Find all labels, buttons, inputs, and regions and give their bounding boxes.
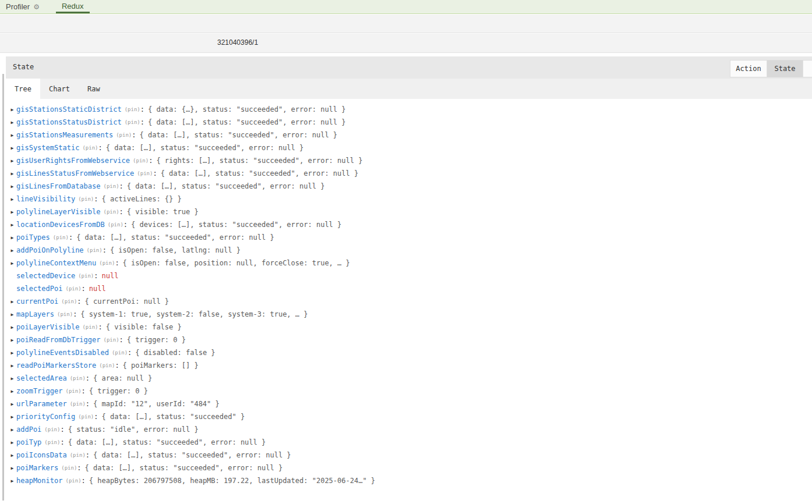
tree-row[interactable]: ▶polylineLayerVisible(pin):{ visible: tr… bbox=[6, 205, 812, 218]
state-key[interactable]: poiIconsData bbox=[16, 451, 67, 459]
tree-row[interactable]: ▶currentPoi(pin):{ currentPoi: null } bbox=[6, 295, 812, 308]
mode-button-action[interactable]: Action bbox=[730, 61, 767, 77]
pin-link[interactable]: (pin) bbox=[104, 337, 119, 343]
expand-arrow-icon[interactable]: ▶ bbox=[8, 338, 16, 343]
expand-arrow-icon[interactable]: ▶ bbox=[8, 299, 16, 304]
state-key[interactable]: polylineContextMenu bbox=[16, 259, 96, 267]
tree-row[interactable]: ▶polylineEventsDisabled(pin):{ disabled:… bbox=[6, 346, 812, 359]
expand-arrow-icon[interactable]: ▶ bbox=[8, 363, 16, 368]
tree-row[interactable]: ▶gisStationsStaticDistrict(pin):{ data: … bbox=[6, 103, 812, 116]
mode-button-diff[interactable]: Diff bbox=[803, 61, 812, 77]
view-tab-raw[interactable]: Raw bbox=[79, 79, 109, 99]
state-key[interactable]: priorityConfig bbox=[16, 413, 75, 421]
pin-link[interactable]: (pin) bbox=[82, 324, 98, 330]
pin-link[interactable]: (pin) bbox=[87, 247, 103, 253]
state-key[interactable]: selectedArea bbox=[16, 374, 67, 382]
state-key[interactable]: heapMonitor bbox=[16, 477, 62, 485]
pin-link[interactable]: (pin) bbox=[137, 171, 153, 176]
pin-link[interactable]: (pin) bbox=[104, 209, 119, 215]
tree-row[interactable]: ▶gisLinesFromDatabase(pin):{ data: […], … bbox=[6, 180, 812, 193]
tree-row[interactable]: ▶polylineContextMenu(pin):{ isOpen: fals… bbox=[6, 257, 812, 269]
expand-arrow-icon[interactable]: ▶ bbox=[8, 222, 16, 228]
expand-arrow-icon[interactable]: ▶ bbox=[8, 312, 16, 317]
pin-link[interactable]: (pin) bbox=[108, 222, 123, 228]
pin-link[interactable]: (pin) bbox=[65, 388, 81, 394]
gear-icon[interactable]: ⚙ bbox=[33, 3, 40, 11]
pin-link[interactable]: (pin) bbox=[44, 427, 60, 432]
tree-row[interactable]: ▶poiTyp(pin):{ data: […], status: "succe… bbox=[6, 436, 812, 449]
state-key[interactable]: gisLinesFromDatabase bbox=[16, 182, 101, 190]
expand-arrow-icon[interactable]: ▶ bbox=[8, 261, 16, 266]
expand-arrow-icon[interactable]: ▶ bbox=[8, 440, 16, 445]
expand-arrow-icon[interactable]: ▶ bbox=[8, 120, 16, 125]
state-key[interactable]: poiTyp bbox=[16, 438, 41, 446]
tree-row[interactable]: ▶priorityConfig(pin):{ data: […], status… bbox=[6, 410, 812, 423]
pin-link[interactable]: (pin) bbox=[112, 350, 128, 356]
tree-row[interactable]: ▶mapLayers(pin):{ system-1: true, system… bbox=[6, 308, 812, 321]
expand-arrow-icon[interactable]: ▶ bbox=[8, 133, 16, 138]
view-tab-chart[interactable]: Chart bbox=[40, 79, 79, 99]
tree-row[interactable]: ▶poiTypes(pin):{ data: […], status: "suc… bbox=[6, 231, 812, 244]
expand-arrow-icon[interactable]: ▶ bbox=[8, 325, 16, 330]
tab-redux[interactable]: Redux bbox=[56, 0, 90, 13]
tree-row[interactable]: ▶poiReadFromDbTrigger(pin):{ trigger: 0 … bbox=[6, 333, 812, 346]
pin-link[interactable]: (pin) bbox=[82, 145, 98, 151]
tree-row[interactable]: ▶gisSystemStatic(pin):{ data: […], statu… bbox=[6, 141, 812, 154]
tree-row[interactable]: ▶heapMonitor(pin):{ heapBytes: 206797508… bbox=[6, 474, 812, 487]
expand-arrow-icon[interactable]: ▶ bbox=[8, 389, 16, 394]
expand-arrow-icon[interactable]: ▶ bbox=[8, 478, 16, 484]
tree-row[interactable]: ▶locationDevicesFromDB(pin):{ devices: [… bbox=[6, 218, 812, 231]
state-key[interactable]: readPoiMarkersStore bbox=[16, 361, 96, 370]
state-key[interactable]: addPoiOnPolyline bbox=[16, 246, 84, 254]
tree-row[interactable]: ▶poiMarkers(pin):{ data: […], status: "s… bbox=[6, 462, 812, 474]
pin-link[interactable]: (pin) bbox=[70, 375, 86, 381]
state-key[interactable]: gisStationsStaticDistrict bbox=[16, 105, 122, 113]
tree-row[interactable]: ▶gisLinesStatusFromWebservice(pin):{ dat… bbox=[6, 167, 812, 180]
pin-link[interactable]: (pin) bbox=[53, 235, 69, 240]
pin-link[interactable]: (pin) bbox=[99, 363, 115, 368]
state-key[interactable]: gisLinesStatusFromWebservice bbox=[16, 169, 134, 178]
tree-row[interactable]: ▶lineVisibility(pin):{ activeLines: {} } bbox=[6, 193, 812, 205]
expand-arrow-icon[interactable]: ▶ bbox=[8, 235, 16, 240]
action-list-scrollbar[interactable] bbox=[2, 74, 4, 501]
pin-link[interactable]: (pin) bbox=[57, 311, 73, 317]
pin-link[interactable]: (pin) bbox=[133, 158, 149, 164]
expand-arrow-icon[interactable]: ▶ bbox=[8, 248, 16, 253]
state-key[interactable]: gisStationsStatusDistrict bbox=[16, 118, 122, 126]
pin-link[interactable]: (pin) bbox=[104, 183, 119, 189]
state-key[interactable]: selectedDevice bbox=[16, 272, 75, 280]
state-key[interactable]: poiLayerVisible bbox=[16, 323, 79, 331]
state-key[interactable]: gisUserRightsFromWebservice bbox=[16, 157, 130, 165]
pin-link[interactable]: (pin) bbox=[99, 260, 115, 266]
state-key[interactable]: gisStationsMeasurements bbox=[16, 131, 113, 139]
expand-arrow-icon[interactable]: ▶ bbox=[8, 171, 16, 176]
state-key[interactable]: zoomTrigger bbox=[16, 387, 62, 395]
expand-arrow-icon[interactable]: ▶ bbox=[8, 414, 16, 420]
expand-arrow-icon[interactable]: ▶ bbox=[8, 402, 16, 407]
pin-link[interactable]: (pin) bbox=[61, 465, 77, 471]
expand-arrow-icon[interactable]: ▶ bbox=[8, 158, 16, 164]
pin-link[interactable]: (pin) bbox=[61, 299, 77, 304]
expand-arrow-icon[interactable]: ▶ bbox=[8, 197, 16, 202]
state-key[interactable]: addPoi bbox=[16, 425, 41, 434]
pin-link[interactable]: (pin) bbox=[65, 286, 81, 292]
state-key[interactable]: locationDevicesFromDB bbox=[16, 221, 105, 229]
view-tab-tree[interactable]: Tree bbox=[6, 79, 40, 99]
tree-row[interactable]: ▶addPoiOnPolyline(pin):{ isOpen: false, … bbox=[6, 244, 812, 257]
expand-arrow-icon[interactable]: ▶ bbox=[8, 376, 16, 381]
pin-link[interactable]: (pin) bbox=[125, 119, 140, 125]
expand-arrow-icon[interactable]: ▶ bbox=[8, 107, 16, 112]
state-key[interactable]: currentPoi bbox=[16, 297, 58, 306]
expand-arrow-icon[interactable]: ▶ bbox=[8, 184, 16, 189]
expand-arrow-icon[interactable]: ▶ bbox=[8, 427, 16, 432]
tree-row[interactable]: ▶zoomTrigger(pin):{ trigger: 0 } bbox=[6, 385, 812, 397]
tree-row[interactable]: ▶urlParameter(pin):{ mapId: "12", userId… bbox=[6, 397, 812, 410]
state-key[interactable]: urlParameter bbox=[16, 400, 67, 408]
expand-arrow-icon[interactable]: ▶ bbox=[8, 350, 16, 356]
pin-link[interactable]: (pin) bbox=[70, 452, 86, 458]
mode-button-state[interactable]: State bbox=[767, 61, 803, 77]
tree-row[interactable]: ▶readPoiMarkersStore(pin):{ poiMarkers: … bbox=[6, 359, 812, 372]
tree-row[interactable]: ▶poiIconsData(pin):{ data: […], status: … bbox=[6, 449, 812, 462]
tree-row[interactable]: ▶selectedDevice(pin):null bbox=[6, 269, 812, 282]
tree-row[interactable]: ▶gisUserRightsFromWebservice(pin):{ righ… bbox=[6, 154, 812, 167]
